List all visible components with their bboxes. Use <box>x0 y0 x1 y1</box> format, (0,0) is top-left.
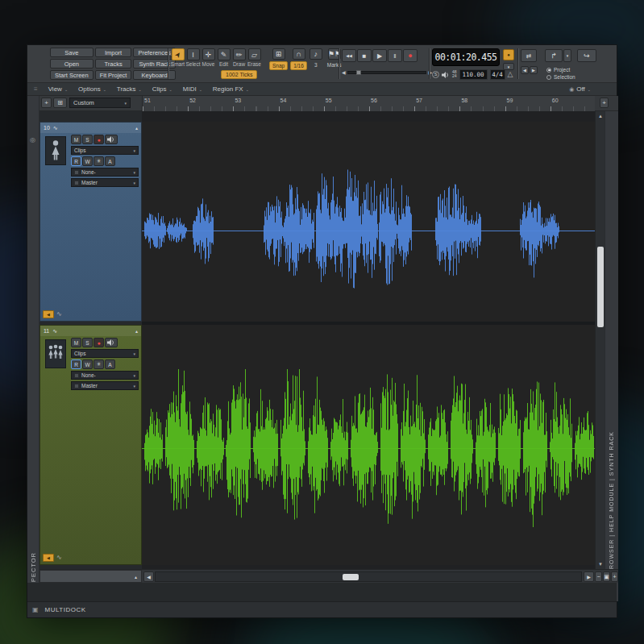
track-title-bar[interactable]: 11 ∿ ▴ <box>40 326 141 336</box>
zoom-out-button[interactable]: − <box>595 571 602 582</box>
output-dropdown[interactable]: Master ▾ <box>71 381 139 390</box>
position-track[interactable] <box>347 71 427 74</box>
ticks-resolution-badge[interactable]: 1002 Ticks <box>221 70 257 79</box>
collapse-track-icon[interactable]: ▴ <box>135 125 138 131</box>
track-header-11[interactable]: 11 ∿ ▴ M S ● <box>39 325 142 565</box>
panel-collapse-bar[interactable]: ▴ <box>39 570 142 583</box>
record-button[interactable]: ● <box>403 49 418 62</box>
menu-midi[interactable]: MIDI⌄ <box>183 85 202 93</box>
automation-read-button[interactable]: R <box>71 359 81 369</box>
metronome-icon[interactable]: △ <box>508 70 513 78</box>
vertical-scroll-thumb[interactable] <box>597 247 604 327</box>
loop-toggle-button[interactable]: ⇄ <box>521 49 537 62</box>
menu-tracks[interactable]: Tracks⌄ <box>117 85 142 93</box>
menu-region-fx[interactable]: Region FX⌄ <box>213 85 249 93</box>
draw-tool-button[interactable]: ✏ Draw <box>232 48 246 67</box>
collapse-track-icon[interactable]: ▴ <box>135 328 138 334</box>
play-button[interactable]: ▶ <box>372 49 387 62</box>
track-header-10[interactable]: 10 ∿ ▴ M S ● <box>39 122 142 322</box>
loop-next-button[interactable]: ▶ <box>530 66 538 74</box>
aim-assist-toggle[interactable]: ◉ Off ⌄ <box>569 85 591 93</box>
clips-view-dropdown[interactable]: Clips ▾ <box>71 349 139 358</box>
track-view-preset-dropdown[interactable]: Custom ▾ <box>69 98 131 108</box>
transport-position-slider[interactable]: ◀ ▶ <box>342 69 432 75</box>
mode-project-option[interactable]: Project <box>546 67 575 73</box>
vertical-scrollbar[interactable]: ▲ ▼ <box>595 111 605 569</box>
mix-recall-button[interactable]: ↪ <box>577 49 596 62</box>
smart-tool-button[interactable]: ➤ Smart <box>171 48 185 67</box>
timeline-ruler[interactable]: 5152535455565758596061 <box>142 96 595 111</box>
preferences-button[interactable]: Preferences <box>133 48 175 57</box>
move-tool-button[interactable]: ✛ Move <box>202 48 215 67</box>
sync-icon[interactable]: S <box>432 71 439 78</box>
input-echo-button[interactable] <box>105 135 118 144</box>
menu-options[interactable]: Options⌄ <box>78 85 106 93</box>
slider-left-icon[interactable]: ◀ <box>342 69 346 75</box>
automation-offset-button[interactable]: ✳ <box>93 359 104 369</box>
right-tabs-label[interactable]: BROWSER | HELP MODULE | SYNTH RACK <box>609 431 614 574</box>
mode-selection-option[interactable]: Selection <box>546 74 575 80</box>
input-dropdown[interactable]: None- ▾ <box>71 371 139 380</box>
input-echo-button[interactable] <box>105 338 118 347</box>
scroll-right-arrow[interactable]: ▶ <box>584 571 594 582</box>
solo-button[interactable]: S <box>82 338 93 347</box>
export-arrow-icon[interactable]: ↱ <box>545 49 563 62</box>
rewind-button[interactable]: ◀◀ <box>342 49 356 62</box>
inspector-tab-strip[interactable]: ◎ INSPECTOR <box>27 96 39 601</box>
track-layout-button[interactable]: ⊞ <box>53 98 67 108</box>
scroll-left-arrow[interactable]: ◀ <box>143 571 154 582</box>
mute-button[interactable]: M <box>71 338 81 347</box>
snap-toggle[interactable]: ⊞ Snap <box>269 48 288 70</box>
start-screen-button[interactable]: Start Screen <box>50 70 93 80</box>
track-title-bar[interactable]: 10 ∿ ▴ <box>40 123 141 133</box>
radio-icon[interactable] <box>546 75 551 80</box>
output-dropdown[interactable]: Master ▾ <box>71 178 139 187</box>
clips-view-dropdown[interactable]: Clips ▾ <box>71 146 139 155</box>
track-avatar[interactable] <box>45 136 66 165</box>
metronome-menu-button[interactable]: ▾ <box>503 63 514 70</box>
tracks-button[interactable]: Tracks <box>95 59 132 69</box>
save-button[interactable]: Save <box>50 48 93 57</box>
meter-display[interactable]: 4/4 <box>490 69 505 80</box>
clip-lane-track-11[interactable] <box>142 325 595 565</box>
markers-button[interactable]: ⚑⚑ Marks <box>325 48 344 70</box>
ruler-zoom-in-button[interactable]: + <box>600 98 609 108</box>
zoom-fit-button[interactable]: ▣ <box>603 571 610 582</box>
automation-read-button[interactable]: R <box>71 156 81 166</box>
mute-button[interactable]: M <box>71 135 81 144</box>
open-button[interactable]: Open <box>50 59 93 69</box>
synth-rack-button[interactable]: Synth Rack <box>133 59 175 69</box>
edit-tool-button[interactable]: ✎ Edit <box>217 48 231 67</box>
stop-button[interactable]: ■ <box>357 49 372 62</box>
snap-resolution[interactable]: ∩ 1/16 <box>290 48 307 70</box>
menu-clips[interactable]: Clips⌄ <box>152 85 172 93</box>
horizontal-scroll-thumb[interactable] <box>343 574 359 580</box>
pause-button[interactable]: ‖ <box>388 49 402 62</box>
menu-view[interactable]: View⌄ <box>48 85 68 93</box>
keyboard-button[interactable]: Keyboard <box>133 70 175 80</box>
select-tool-button[interactable]: I Select <box>186 48 200 67</box>
record-arm-button[interactable]: ● <box>93 338 104 347</box>
automation-write-button[interactable]: W <box>82 359 93 369</box>
track-minimize-button[interactable]: ◀ <box>43 310 54 318</box>
snap-count[interactable]: ♪ 3 <box>310 48 322 70</box>
export-menu-caret[interactable]: ▾ <box>563 49 571 62</box>
right-tab-strip[interactable]: BROWSER | HELP MODULE | SYNTH RACK ♪ ▤ <box>605 111 618 601</box>
loop-prev-button[interactable]: ◀ <box>521 66 529 74</box>
clip-lane-track-10[interactable] <box>142 122 595 322</box>
add-track-button[interactable]: + <box>41 98 52 108</box>
multidock-bar[interactable]: ▣ MULTIDOCK <box>27 601 617 617</box>
erase-tool-button[interactable]: ▱ Erase <box>247 48 261 67</box>
input-dropdown[interactable]: None- ▾ <box>71 168 139 177</box>
track-avatar[interactable] <box>45 339 66 368</box>
archive-button[interactable]: A <box>105 156 115 166</box>
tempo-display[interactable]: 110.00 <box>459 69 488 80</box>
metronome-toggle-button[interactable]: ● <box>503 49 514 60</box>
horizontal-scroll-track[interactable] <box>155 571 582 582</box>
zoom-in-button[interactable]: + <box>611 571 618 582</box>
automation-write-button[interactable]: W <box>82 156 93 166</box>
automation-offset-button[interactable]: ✳ <box>93 156 104 166</box>
radio-selected-icon[interactable] <box>546 68 551 73</box>
position-marker[interactable] <box>356 70 361 75</box>
record-arm-button[interactable]: ● <box>93 135 104 144</box>
